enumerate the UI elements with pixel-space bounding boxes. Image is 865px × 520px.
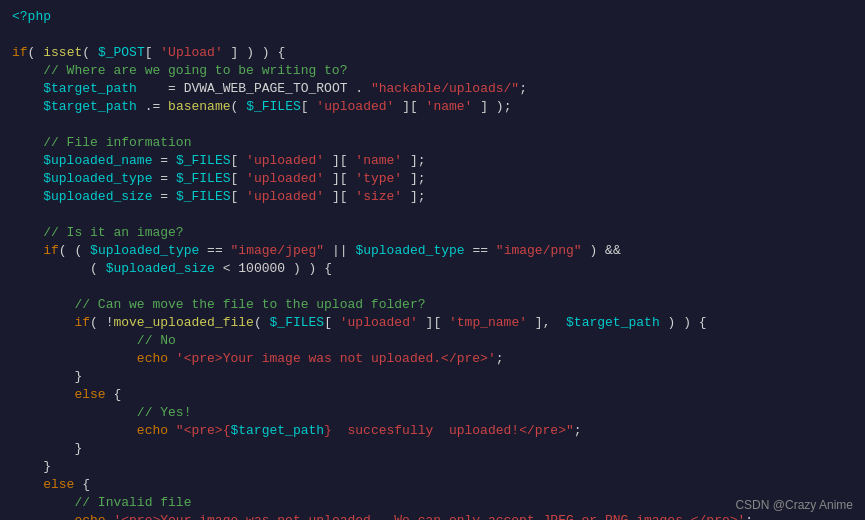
code-line: // No: [4, 332, 865, 350]
code-line: echo "<pre>{$target_path} succesfully up…: [4, 422, 865, 440]
code-line: }: [4, 368, 865, 386]
code-line: // File information: [4, 134, 865, 152]
code-line: }: [4, 458, 865, 476]
code-line: // Yes!: [4, 404, 865, 422]
code-line: if( ( $uploaded_type == "image/jpeg" || …: [4, 242, 865, 260]
code-line: $target_path = DVWA_WEB_PAGE_TO_ROOT . "…: [4, 80, 865, 98]
code-line: $target_path .= basename( $_FILES[ 'uplo…: [4, 98, 865, 116]
code-line: // Can we move the file to the upload fo…: [4, 296, 865, 314]
watermark: CSDN @Crazy Anime: [735, 498, 853, 512]
code-content: <?php if( isset( $_POST[ 'Upload' ] ) ) …: [0, 8, 865, 520]
code-line: // Is it an image?: [4, 224, 865, 242]
code-line: echo '<pre>Your image was not uploaded. …: [4, 512, 865, 520]
code-line: [4, 206, 865, 224]
code-line: [4, 278, 865, 296]
code-line: }: [4, 440, 865, 458]
code-line: $uploaded_name = $_FILES[ 'uploaded' ][ …: [4, 152, 865, 170]
code-line: else {: [4, 476, 865, 494]
code-line: if( !move_uploaded_file( $_FILES[ 'uploa…: [4, 314, 865, 332]
code-line: <?php: [4, 8, 865, 26]
code-line: ( $uploaded_size < 100000 ) ) {: [4, 260, 865, 278]
code-line: $uploaded_type = $_FILES[ 'uploaded' ][ …: [4, 170, 865, 188]
code-line: $uploaded_size = $_FILES[ 'uploaded' ][ …: [4, 188, 865, 206]
code-line: if( isset( $_POST[ 'Upload' ] ) ) {: [4, 44, 865, 62]
code-line: [4, 116, 865, 134]
code-container: <?php if( isset( $_POST[ 'Upload' ] ) ) …: [0, 0, 865, 520]
code-line: // Where are we going to be writing to?: [4, 62, 865, 80]
code-line: else {: [4, 386, 865, 404]
code-line: echo '<pre>Your image was not uploaded.<…: [4, 350, 865, 368]
code-line: [4, 26, 865, 44]
